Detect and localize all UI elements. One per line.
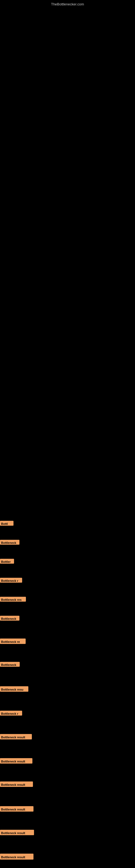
bottleneck-result-11[interactable]: Bottleneck result	[0, 734, 32, 739]
bottleneck-result-9[interactable]: Bottleneck resu	[0, 686, 28, 692]
bottleneck-result-4[interactable]: Bottleneck r	[0, 578, 22, 583]
bottleneck-result-2[interactable]: Bottleneck	[0, 540, 19, 545]
bottleneck-result-14[interactable]: Bottleneck result	[0, 806, 34, 812]
bottleneck-result-7[interactable]: Bottleneck re	[0, 639, 26, 644]
bottleneck-result-13[interactable]: Bottleneck result	[0, 781, 33, 787]
bottleneck-result-6[interactable]: Bottleneck	[0, 616, 19, 621]
bottleneck-result-12[interactable]: Bottleneck result	[0, 758, 32, 764]
bottleneck-result-16[interactable]: Bottleneck result	[0, 854, 34, 860]
bottleneck-result-10[interactable]: Bottleneck r	[0, 711, 22, 716]
bottleneck-result-15[interactable]: Bottleneck result	[0, 830, 34, 835]
bottleneck-result-1[interactable]: Bottl	[0, 521, 13, 526]
site-title: TheBottlenecker.com	[51, 2, 84, 6]
bottleneck-result-3[interactable]: Bottler	[0, 559, 14, 564]
bottleneck-result-8[interactable]: Bottleneck	[0, 662, 20, 667]
bottleneck-result-5[interactable]: Bottleneck res	[0, 597, 26, 601]
